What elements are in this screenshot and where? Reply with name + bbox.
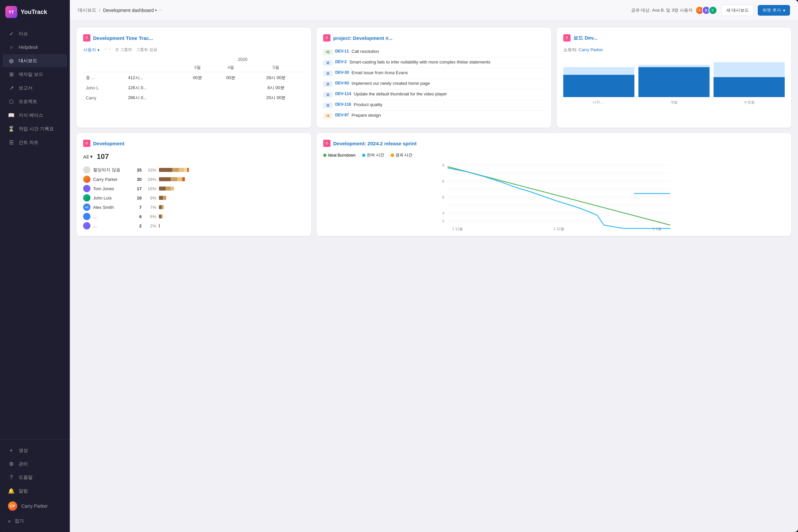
svg-text:6: 6: [442, 195, 444, 199]
sidebar-bottom-notifications[interactable]: 🔔알림: [3, 484, 67, 497]
issue-id: DEV-2: [335, 59, 347, 64]
dev-row-pct: 33%: [144, 168, 156, 173]
help-icon: ?: [8, 474, 15, 480]
issues-icon: ✓: [8, 31, 15, 37]
avatar: AS: [83, 204, 91, 211]
sprint-icon: 🎯: [323, 140, 330, 147]
dev-row-name: Tom Jones: [93, 186, 130, 191]
knowledge-icon: 📖: [8, 112, 15, 118]
more-options-icon[interactable]: ···: [158, 7, 163, 13]
header: 대시보드 / Development dashboard ▾ ··· 공유 대상…: [70, 0, 798, 21]
avatar-group: A B C: [695, 6, 717, 15]
bar-segment: [171, 177, 177, 181]
bar-segment: [159, 168, 172, 172]
sidebar-item-helpdesk[interactable]: ○Helpdesk: [3, 41, 67, 54]
legend-label: 경과 시간: [395, 152, 412, 158]
chevron-down-icon[interactable]: ▾: [155, 8, 157, 13]
board-column-label: 개발: [670, 100, 678, 105]
board-bar-bottom: [714, 77, 785, 97]
dev-bar: [159, 214, 305, 218]
sidebar-bottom-create[interactable]: +생성: [3, 444, 67, 457]
user-profile[interactable]: CP Carry Parker: [3, 498, 67, 514]
development-widget: 🎯 Development All ▾ 107 할당되지 않음 35 33% C…: [76, 133, 311, 236]
issue-id: DEV-93: [335, 81, 349, 86]
dev-filter[interactable]: All ▾: [83, 154, 93, 159]
breadcrumb-root[interactable]: 대시보드: [78, 7, 96, 13]
issue-id: DEV-97: [335, 113, 349, 117]
list-item[interactable]: 보 DEV-30 Email issue from Anna Evans: [323, 68, 545, 79]
group-by-label: 로 그룹화: [115, 47, 132, 53]
sidebar-bottom-help[interactable]: ?도움말: [3, 471, 67, 484]
avatar: CP: [8, 501, 17, 511]
row-m3: [181, 83, 214, 93]
new-dashboard-button[interactable]: 새 대시보드: [721, 5, 754, 16]
list-item[interactable]: 보 DEV-116 Product quality: [323, 100, 545, 111]
helpdesk-icon: ○: [8, 44, 15, 50]
list-item[interactable]: 뎌 DEV-97 Prepare design: [323, 111, 545, 121]
dev-bar: [159, 187, 305, 191]
dev-bar: [159, 168, 305, 172]
board-column-label: 시작, ...: [592, 100, 605, 105]
sprint-widget: 🎯 Development: 2024.2 release sprint Ide…: [317, 133, 791, 236]
create-icon: +: [8, 448, 15, 454]
user-filter-dropdown[interactable]: 사용자 ▾: [83, 47, 100, 53]
list-item[interactable]: 마 DEV-11 Call resolution: [323, 47, 545, 58]
sidebar-item-dashboard[interactable]: ◎대시보드: [3, 54, 67, 67]
chevron-down-icon-widget: ▾: [783, 8, 785, 13]
time-tracking-header: 🎯 Development Time Trac...: [83, 34, 305, 41]
list-item[interactable]: 보 DEV-93 Implement our newly created hom…: [323, 79, 545, 90]
bottom-label-admin: 관리: [19, 461, 28, 467]
logo-icon: YT: [5, 6, 17, 18]
bar-segment: [179, 168, 184, 172]
collapse-button[interactable]: « 접기: [3, 515, 67, 527]
sidebar-item-reports[interactable]: ↗보고서: [3, 81, 67, 94]
svg-text:1 11월: 1 11월: [452, 227, 463, 231]
sidebar-label-agile: 애자일 보드: [19, 72, 43, 77]
issue-badge: 보: [323, 81, 332, 87]
table-row: 총 ... 412시... 00분 00분 28시 00분: [83, 72, 305, 83]
projects-icon: ⬡: [8, 98, 15, 105]
dev-row-count: 6: [132, 214, 141, 219]
bar-segment: [162, 205, 164, 209]
issue-text: Implement our newly created home page: [352, 81, 430, 86]
list-item[interactable]: 보 DEV-2 Smart-casting fails to infer nul…: [323, 58, 545, 68]
row-hours: 126시 0...: [125, 83, 181, 93]
dev-rows: 할당되지 않음 35 33% Carry Parker 30 28% Tom J…: [83, 166, 305, 229]
table-row: Carry 286시 0... 20시 00분: [83, 93, 305, 103]
time-tracking-widget: 🎯 Development Time Trac... 사용자 ▾ →→ 로 그룹…: [76, 27, 311, 128]
breadcrumb-current: Development dashboard ▾ ···: [103, 7, 163, 13]
avatar: [83, 166, 91, 174]
sidebar-item-knowledge[interactable]: 📖지식 베이스: [3, 109, 67, 122]
add-widget-button[interactable]: 위젯 추가 ▾: [758, 5, 790, 16]
sidebar-item-issues[interactable]: ✓이슈: [3, 27, 67, 40]
sidebar-bottom-admin[interactable]: ⚙관리: [3, 457, 67, 471]
issue-text: Product quality: [354, 102, 382, 107]
row-label: John L: [83, 83, 125, 93]
dev-bar: [159, 196, 305, 200]
list-item[interactable]: 보 DEV-114 Update the default thumbnail f…: [323, 90, 545, 100]
list-item: AS Alex Smith 7 7%: [83, 204, 305, 211]
dev-row-pct: 2%: [144, 224, 156, 228]
avatar: [83, 175, 91, 183]
sidebar-item-agile[interactable]: ⊞애자일 보드: [3, 68, 67, 81]
dev-header: 🎯 Development: [83, 140, 305, 147]
dev-row-name: ...: [93, 224, 130, 228]
dev-bar: [159, 224, 305, 228]
board-widget: 🎯 보드 Dev... 소유자: Carry Parker 시작, ... 개발…: [557, 27, 791, 128]
arrow-forward-icon: →→: [104, 47, 111, 53]
sidebar-label-reports: 보고서: [19, 85, 33, 91]
dev-summary: All ▾ 107: [83, 152, 305, 161]
dev-row-name: Carry Parker: [93, 177, 130, 182]
board-bar-group: 시작, ...: [563, 58, 634, 105]
sidebar-item-gantt[interactable]: ☰간트 차트: [3, 136, 67, 149]
bar-segment: [166, 187, 171, 191]
issue-badge: 보: [323, 71, 332, 76]
issue-text: Update the default thumbnail for the vid…: [354, 92, 447, 96]
legend-item: Ideal Burndown: [323, 153, 356, 158]
bar-segment: [182, 177, 185, 181]
sidebar-item-timelog[interactable]: ⌛작업 시간 기록표: [3, 122, 67, 135]
board-header: 🎯 보드 Dev...: [563, 34, 785, 41]
row-hours: 412시...: [125, 72, 181, 83]
sidebar-item-projects[interactable]: ⬡프로젝트: [3, 95, 67, 108]
table-row: John L 126시 0... 8시 00분: [83, 83, 305, 93]
